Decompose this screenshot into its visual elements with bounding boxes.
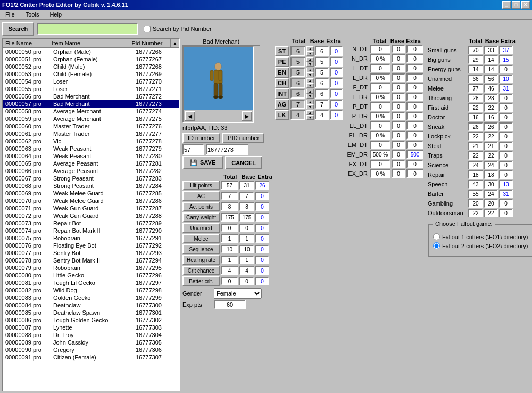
search-button[interactable]: Search bbox=[2, 22, 34, 36]
list-row[interactable]: 00000071.pro Weak Gun Guard 16777287 bbox=[3, 204, 179, 212]
skill-base[interactable] bbox=[484, 132, 498, 141]
skill-base[interactable] bbox=[484, 151, 498, 160]
dtdr-total[interactable] bbox=[370, 121, 390, 130]
derived-extra[interactable] bbox=[255, 181, 269, 190]
skill-extra[interactable] bbox=[499, 151, 513, 160]
stat-total-en[interactable] bbox=[290, 68, 305, 77]
pid-input[interactable] bbox=[206, 144, 248, 155]
skill-base[interactable] bbox=[484, 55, 498, 64]
skill-total[interactable] bbox=[468, 75, 483, 83]
list-row[interactable]: 00000052.pro Child (Male) 16777268 bbox=[3, 63, 179, 70]
stat-extra-pe[interactable] bbox=[330, 57, 343, 67]
list-row[interactable]: 00000084.pro Deathclaw 16777300 bbox=[3, 301, 179, 309]
derived-label[interactable]: Hit points bbox=[182, 181, 220, 190]
skill-total[interactable] bbox=[468, 190, 483, 198]
dtdr-extra[interactable] bbox=[406, 83, 423, 92]
derived-label[interactable]: Healing rate bbox=[182, 255, 220, 265]
sprite-prev-button[interactable]: ◄ bbox=[185, 111, 195, 121]
skill-extra[interactable] bbox=[499, 190, 513, 198]
derived-total[interactable] bbox=[221, 256, 238, 264]
skill-extra[interactable] bbox=[499, 122, 513, 131]
dtdr-total[interactable] bbox=[370, 150, 390, 159]
skill-extra[interactable] bbox=[499, 103, 513, 112]
list-row[interactable]: 00000074.pro Repair Bot Mark II 16777290 bbox=[3, 227, 179, 234]
list-row[interactable]: 00000054.pro Loser 16777270 bbox=[3, 78, 179, 85]
derived-label[interactable]: Better crit. bbox=[182, 276, 220, 286]
skill-extra[interactable] bbox=[499, 161, 513, 169]
skill-total[interactable] bbox=[468, 65, 483, 73]
derived-total[interactable] bbox=[221, 181, 238, 190]
derived-base[interactable] bbox=[239, 224, 254, 232]
stat-total-ag[interactable] bbox=[290, 100, 305, 109]
dtdr-extra[interactable] bbox=[406, 160, 423, 168]
list-row[interactable]: 00000066.pro Average Peasant 16777282 bbox=[3, 167, 179, 175]
list-row[interactable]: 00000063.pro Weak Peasant 16777279 bbox=[3, 145, 179, 152]
list-row[interactable]: 00000055.pro Loser 16777271 bbox=[3, 85, 179, 93]
dtdr-extra[interactable] bbox=[406, 45, 423, 53]
stat-base-en[interactable] bbox=[315, 68, 329, 77]
derived-base[interactable] bbox=[239, 213, 254, 222]
stat-base-ag[interactable] bbox=[315, 100, 329, 109]
list-scroll-up[interactable]: ▲ bbox=[171, 39, 179, 47]
dtdr-base[interactable] bbox=[392, 73, 405, 82]
stat-spinner[interactable]: ▲ ▼ bbox=[306, 89, 314, 99]
skill-extra[interactable] bbox=[499, 132, 513, 141]
list-row[interactable]: 00000062.pro Vic 16777278 bbox=[3, 137, 179, 145]
id-number-button[interactable]: ID number bbox=[182, 133, 220, 143]
list-row[interactable]: 00000090.pro Gregory 16777306 bbox=[3, 346, 179, 354]
dtdr-base[interactable] bbox=[392, 150, 405, 159]
dtdr-total[interactable] bbox=[370, 54, 390, 63]
stat-base-lk[interactable] bbox=[315, 110, 329, 120]
skill-total[interactable] bbox=[468, 46, 483, 54]
cancel-button[interactable]: CANCEL bbox=[225, 156, 262, 169]
file-list-scroll[interactable]: 00000050.pro Orphan (Male) 16777266 0000… bbox=[3, 48, 179, 390]
skill-total[interactable] bbox=[468, 209, 483, 217]
list-row[interactable]: 00000082.pro Wild Dog 16777298 bbox=[3, 286, 179, 294]
list-row[interactable]: 00000089.pro John Cassidy 16777305 bbox=[3, 339, 179, 346]
derived-label[interactable]: Ac. points bbox=[182, 202, 220, 211]
skill-total[interactable] bbox=[468, 113, 483, 121]
exp-input[interactable] bbox=[214, 300, 246, 309]
skill-base[interactable] bbox=[484, 94, 498, 102]
list-row[interactable]: 00000079.pro Robobrain 16777295 bbox=[3, 264, 179, 272]
dtdr-total[interactable] bbox=[370, 93, 390, 101]
skill-extra[interactable] bbox=[499, 55, 513, 64]
skill-total[interactable] bbox=[468, 55, 483, 64]
dtdr-base[interactable] bbox=[392, 169, 405, 178]
list-row[interactable]: 00000072.pro Weak Gun Guard 16777288 bbox=[3, 212, 179, 219]
fallout1-radio[interactable] bbox=[433, 233, 440, 240]
stat-total-pe[interactable] bbox=[290, 57, 305, 67]
skill-total[interactable] bbox=[468, 94, 483, 102]
dtdr-base[interactable] bbox=[392, 45, 405, 53]
list-row[interactable]: 00000053.pro Child (Female) 16777269 bbox=[3, 70, 179, 78]
list-row[interactable]: 00000077.pro Sentry Bot 16777293 bbox=[3, 249, 179, 257]
skill-total[interactable] bbox=[468, 161, 483, 169]
derived-base[interactable] bbox=[239, 234, 254, 243]
dtdr-base[interactable] bbox=[392, 64, 405, 72]
stat-total-ch[interactable] bbox=[290, 78, 305, 88]
derived-base[interactable] bbox=[239, 202, 254, 211]
skill-base[interactable] bbox=[484, 75, 498, 83]
dtdr-base[interactable] bbox=[392, 54, 405, 63]
stat-spinner[interactable]: ▲ ▼ bbox=[306, 68, 314, 77]
skill-total[interactable] bbox=[468, 170, 483, 179]
skill-extra[interactable] bbox=[499, 84, 513, 93]
stat-extra-lk[interactable] bbox=[330, 110, 343, 120]
stat-base-ch[interactable] bbox=[315, 78, 329, 88]
list-row[interactable]: 00000057.pro Bad Merchant 16777273 bbox=[3, 100, 179, 108]
list-row[interactable]: 00000081.pro Tough Lil Gecko 16777297 bbox=[3, 279, 179, 286]
list-row[interactable]: 00000051.pro Orphan (Female) 16777267 bbox=[3, 55, 179, 63]
derived-extra[interactable] bbox=[255, 256, 269, 264]
skill-base[interactable] bbox=[484, 46, 498, 54]
skill-base[interactable] bbox=[484, 65, 498, 73]
skill-base[interactable] bbox=[484, 142, 498, 150]
derived-extra[interactable] bbox=[255, 202, 269, 211]
skill-total[interactable] bbox=[468, 84, 483, 93]
dtdr-total[interactable] bbox=[370, 45, 390, 53]
list-row[interactable]: 00000087.pro Lynette 16777303 bbox=[3, 324, 179, 331]
pid-search-checkbox[interactable] bbox=[144, 26, 151, 32]
dtdr-base[interactable] bbox=[392, 102, 405, 111]
stat-spinner[interactable]: ▲ ▼ bbox=[306, 100, 314, 109]
derived-label[interactable]: AC bbox=[182, 191, 220, 201]
skill-total[interactable] bbox=[468, 199, 483, 208]
